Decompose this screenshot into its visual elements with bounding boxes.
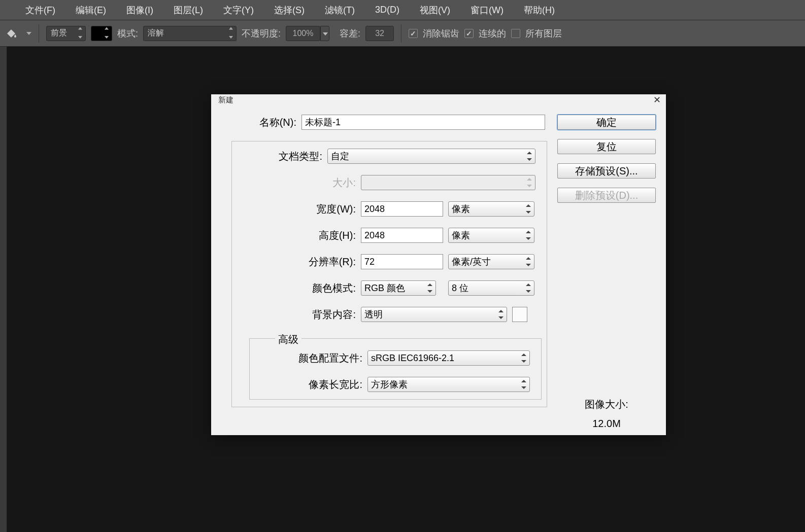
menu-edit[interactable]: 编辑(E) (65, 4, 116, 16)
size-select (361, 175, 535, 190)
menu-select[interactable]: 选择(S) (264, 4, 315, 16)
doc-type-label: 文档类型: (237, 150, 327, 163)
menu-image[interactable]: 图像(I) (116, 4, 163, 16)
pattern-picker[interactable] (91, 26, 112, 41)
dialog-titlebar: 新建 ✕ (211, 94, 666, 105)
opacity-input[interactable]: 100% (286, 26, 320, 41)
tolerance-label: 容差: (340, 27, 360, 40)
tool-preset-picker[interactable] (26, 32, 31, 35)
doc-type-select[interactable]: 自定 (327, 149, 535, 164)
size-label: 大小: (237, 176, 361, 190)
menu-type[interactable]: 文字(Y) (213, 4, 264, 16)
new-document-dialog: 新建 ✕ 名称(N): 文档类型: 自定 大小: (211, 94, 666, 435)
resolution-unit-select[interactable]: 像素/英寸 (448, 254, 534, 269)
menu-filter[interactable]: 滤镜(T) (315, 4, 365, 16)
background-color-swatch[interactable] (512, 307, 527, 322)
color-mode-label: 颜色模式: (237, 281, 361, 295)
menu-file[interactable]: 文件(F) (15, 4, 65, 16)
opacity-label: 不透明度: (242, 27, 281, 40)
delete-preset-button: 删除预设(D)... (557, 188, 656, 203)
separator (39, 24, 39, 43)
blend-mode-select[interactable]: 溶解 (143, 26, 237, 41)
anti-alias-checkbox[interactable] (409, 29, 418, 38)
all-layers-checkbox[interactable] (511, 29, 520, 38)
fill-source-select[interactable]: 前景 (46, 26, 86, 41)
paint-bucket-icon[interactable] (4, 26, 18, 41)
contiguous-checkbox[interactable] (464, 29, 474, 38)
image-size-label: 图像大小: (557, 395, 656, 414)
background-select[interactable]: 透明 (361, 307, 507, 322)
opacity-dropdown[interactable] (320, 26, 329, 41)
reset-button[interactable]: 复位 (557, 139, 656, 154)
image-size-info: 图像大小: 12.0M (557, 395, 656, 433)
contiguous-label: 连续的 (479, 27, 506, 40)
toolbox-strip (0, 47, 7, 532)
anti-alias-label: 消除锯齿 (423, 27, 459, 40)
menu-layer[interactable]: 图层(L) (163, 4, 213, 16)
menu-3d[interactable]: 3D(D) (365, 5, 410, 15)
name-input[interactable] (301, 115, 545, 130)
pixel-aspect-select[interactable]: 方形像素 (367, 377, 530, 392)
close-icon[interactable]: ✕ (653, 94, 661, 105)
height-unit-select[interactable]: 像素 (448, 228, 534, 243)
options-bar: 前景 模式: 溶解 不透明度: 100% 容差: 32 消除锯齿 连续的 所有图… (0, 20, 805, 47)
bit-depth-select[interactable]: 8 位 (448, 280, 534, 296)
menu-view[interactable]: 视图(V) (410, 4, 460, 16)
blend-mode-label: 模式: (117, 27, 138, 40)
dialog-title: 新建 (218, 95, 233, 105)
height-label: 高度(H): (237, 229, 361, 242)
menu-bar: 文件(F) 编辑(E) 图像(I) 图层(L) 文字(Y) 选择(S) 滤镜(T… (0, 0, 805, 20)
save-preset-button[interactable]: 存储预设(S)... (557, 163, 656, 179)
separator (401, 24, 401, 43)
resolution-input[interactable] (361, 254, 443, 269)
tolerance-input[interactable]: 32 (365, 26, 394, 41)
image-size-value: 12.0M (557, 414, 656, 433)
width-input[interactable] (361, 201, 443, 217)
ok-button[interactable]: 确定 (557, 115, 656, 130)
resolution-label: 分辨率(R): (237, 255, 361, 269)
color-profile-select[interactable]: sRGB IEC61966-2.1 (367, 350, 530, 366)
pixel-aspect-label: 像素长宽比: (255, 378, 367, 392)
width-label: 宽度(W): (237, 202, 361, 216)
menu-help[interactable]: 帮助(H) (514, 4, 565, 16)
color-profile-label: 颜色配置文件: (255, 351, 367, 365)
color-mode-select[interactable]: RGB 颜色 (361, 280, 436, 296)
background-label: 背景内容: (237, 308, 361, 322)
name-label: 名称(N): (221, 116, 301, 129)
height-input[interactable] (361, 228, 443, 243)
width-unit-select[interactable]: 像素 (448, 201, 534, 217)
menu-window[interactable]: 窗口(W) (460, 4, 514, 16)
advanced-legend: 高级 (275, 333, 301, 346)
all-layers-label: 所有图层 (525, 27, 562, 40)
